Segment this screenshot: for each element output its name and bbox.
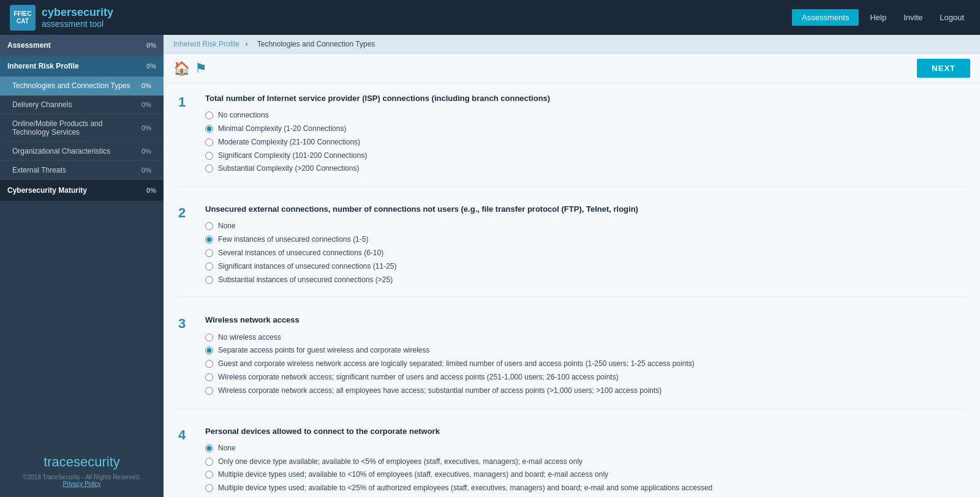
sidebar-irp-pct: 0% — [146, 62, 156, 70]
sidebar-item-label: Organizational Characteristics — [12, 147, 110, 155]
flag-icon[interactable]: ⚑ — [195, 61, 207, 77]
sidebar-item-label: External Threats — [12, 166, 66, 174]
question-block-3: 3Wireless network accessNo wireless acce… — [178, 315, 965, 408]
question-text-1: Total number of Internet service provide… — [205, 93, 965, 104]
option-row-q4-1: Only one device type available; availabl… — [205, 457, 965, 467]
breadcrumb-current: Technologies and Connection Types — [257, 40, 375, 48]
logo-assess: assessment tool — [42, 19, 113, 29]
sidebar-assessment-header[interactable]: Assessment 0% — [0, 35, 164, 56]
question-content-3: Wireless network accessNo wireless acces… — [205, 315, 965, 395]
content-area: Inherent Risk Profile › Technologies and… — [164, 35, 980, 497]
sidebar-item-1[interactable]: Delivery Channels0% — [0, 95, 164, 114]
question-text-4: Personal devices allowed to connect to t… — [205, 426, 965, 437]
sidebar-footer: tracesecurity ©2018 TraceSecurity - All … — [0, 444, 164, 497]
radio-q2-2[interactable] — [205, 249, 213, 257]
sidebar-cm-header[interactable]: Cybersecurity Maturity 0% — [0, 180, 164, 201]
option-row-q2-1: Few instances of unsecured connections (… — [205, 234, 965, 245]
radio-q1-3[interactable] — [205, 152, 213, 160]
option-row-q2-4: Substantial instances of unsecured conne… — [205, 275, 965, 285]
option-label-q2-4: Substantial instances of unsecured conne… — [218, 275, 965, 285]
sidebar-item-0[interactable]: Technologies and Connection Types0% — [0, 77, 164, 95]
radio-q3-1[interactable] — [205, 346, 213, 354]
radio-q4-0[interactable] — [205, 444, 213, 452]
sidebar-assessment-section: Assessment 0% Inherent Risk Profile 0% — [0, 35, 164, 77]
sidebar-irp-label: Inherent Risk Profile — [7, 62, 79, 70]
footer-privacy-link[interactable]: Privacy Policy — [10, 480, 154, 487]
radio-q3-0[interactable] — [205, 334, 213, 342]
option-label-q1-4: Substantial Complexity (>200 Connections… — [218, 163, 965, 174]
sidebar-item-4[interactable]: External Threats0% — [0, 161, 164, 180]
toolbar: 🏠 ⚑ NEXT — [164, 54, 980, 83]
radio-q2-1[interactable] — [205, 236, 213, 244]
sidebar-irp-header[interactable]: Inherent Risk Profile 0% — [0, 56, 164, 77]
questions-container: 1Total number of Internet service provid… — [164, 83, 980, 497]
option-label-q2-3: Significant instances of unsecured conne… — [218, 261, 965, 272]
question-number-1: 1 — [178, 94, 195, 174]
radio-q2-3[interactable] — [205, 263, 213, 271]
question-text-3: Wireless network access — [205, 315, 965, 326]
logo-text: cybersecurity assessment tool — [42, 6, 113, 29]
brand-trace: trace — [43, 454, 74, 469]
sidebar-cm-pct: 0% — [146, 187, 156, 194]
home-icon[interactable]: 🏠 — [173, 61, 190, 77]
option-row-q2-0: None — [205, 221, 965, 231]
options-3: No wireless accessSeparate access points… — [205, 332, 965, 396]
help-button[interactable]: Help — [864, 9, 892, 26]
radio-q1-1[interactable] — [205, 125, 213, 133]
logo-icon: FFIEC CAT — [10, 5, 36, 31]
sidebar-item-pct: 0% — [141, 101, 151, 108]
sidebar: Assessment 0% Inherent Risk Profile 0% T… — [0, 35, 164, 497]
invite-button[interactable]: Invite — [897, 9, 929, 26]
option-label-q3-1: Separate access points for guest wireles… — [218, 345, 965, 356]
option-label-q4-2: Multiple device types used; available to… — [218, 469, 965, 480]
radio-q2-0[interactable] — [205, 222, 213, 230]
sidebar-item-label: Delivery Channels — [12, 100, 72, 109]
question-content-2: Unsecured external connections, number o… — [205, 204, 965, 285]
option-label-q2-0: None — [218, 221, 965, 231]
breadcrumb: Inherent Risk Profile › Technologies and… — [164, 35, 980, 54]
sidebar-item-pct: 0% — [141, 166, 151, 174]
option-row-q1-0: No connections — [205, 110, 965, 121]
option-label-q4-0: None — [218, 443, 965, 454]
option-label-q3-0: No wireless access — [218, 332, 965, 343]
radio-q3-3[interactable] — [205, 373, 213, 381]
radio-q3-4[interactable] — [205, 387, 213, 395]
option-label-q3-2: Guest and corporate wireless network acc… — [218, 359, 965, 369]
radio-q1-4[interactable] — [205, 165, 213, 173]
option-label-q4-1: Only one device type available; availabl… — [218, 457, 965, 467]
question-block-2: 2Unsecured external connections, number … — [178, 204, 965, 297]
radio-q1-2[interactable] — [205, 138, 213, 146]
options-1: No connectionsMinimal Complexity (1-20 C… — [205, 110, 965, 174]
option-row-q3-3: Wireless corporate network access; signi… — [205, 372, 965, 383]
option-row-q2-2: Several instances of unsecured connectio… — [205, 248, 965, 258]
next-button[interactable]: NEXT — [917, 59, 970, 78]
assessments-button[interactable]: Assessments — [792, 9, 859, 26]
option-row-q1-3: Significant Complexity (101-200 Connecti… — [205, 151, 965, 161]
sidebar-item-label: Online/Mobile Products and Technology Se… — [12, 119, 141, 136]
radio-q4-2[interactable] — [205, 471, 213, 479]
option-row-q1-2: Moderate Complexity (21-100 Connections) — [205, 137, 965, 148]
radio-q2-4[interactable] — [205, 276, 213, 284]
radio-q4-3[interactable] — [205, 484, 213, 492]
sidebar-item-3[interactable]: Organizational Characteristics0% — [0, 142, 164, 161]
option-label-q1-0: No connections — [218, 110, 965, 121]
question-block-1: 1Total number of Internet service provid… — [178, 93, 965, 187]
breadcrumb-parent[interactable]: Inherent Risk Profile — [173, 40, 239, 48]
option-row-q2-3: Significant instances of unsecured conne… — [205, 261, 965, 272]
sidebar-cm-label: Cybersecurity Maturity — [7, 186, 87, 195]
option-label-q1-2: Moderate Complexity (21-100 Connections) — [218, 137, 965, 148]
radio-q4-1[interactable] — [205, 458, 213, 466]
brand-security: security — [74, 454, 120, 469]
option-label-q1-1: Minimal Complexity (1-20 Connections) — [218, 124, 965, 134]
option-row-q1-4: Substantial Complexity (>200 Connections… — [205, 163, 965, 174]
sidebar-items: Technologies and Connection Types0%Deliv… — [0, 77, 164, 180]
sidebar-assessment-pct: 0% — [146, 42, 156, 49]
question-text-2: Unsecured external connections, number o… — [205, 204, 965, 215]
sidebar-item-2[interactable]: Online/Mobile Products and Technology Se… — [0, 114, 164, 142]
radio-q1-0[interactable] — [205, 111, 213, 119]
option-row-q3-1: Separate access points for guest wireles… — [205, 345, 965, 356]
logout-button[interactable]: Logout — [933, 9, 970, 26]
radio-q3-2[interactable] — [205, 360, 213, 368]
sidebar-item-pct: 0% — [141, 124, 151, 132]
logo-area: FFIEC CAT cybersecurity assessment tool — [10, 5, 113, 31]
